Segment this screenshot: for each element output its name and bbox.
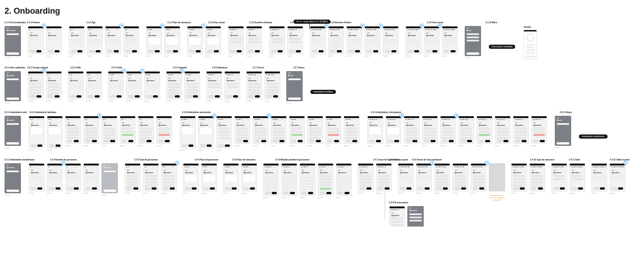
screen: 1/9QuestionLorem (198, 116, 214, 151)
screen: 1/9QuestionLorem (471, 163, 487, 194)
screen: 1/9QuestionLorem (146, 26, 162, 57)
hotspot-pin[interactable] (455, 114, 458, 117)
hotspot-pin[interactable] (161, 24, 164, 27)
hotspot-pin[interactable] (202, 24, 205, 27)
hotspot-pin[interactable] (98, 114, 101, 117)
hotspot-pin[interactable] (379, 24, 382, 27)
screen: 1/9QuestionLorem (228, 26, 244, 57)
screen: 1/9QuestionLorem (223, 163, 239, 194)
hotspot-pin[interactable] (141, 69, 144, 72)
screen: 1/9QuestionLorem (205, 26, 221, 57)
screen: 1/9QuestionLorem (452, 163, 468, 194)
hotspot-pin[interactable] (485, 161, 488, 165)
screen: 1/9QuestionLorem (138, 116, 154, 147)
hotspot-pin[interactable] (420, 24, 423, 27)
group-label: 2.4.1 Antécédents obstétricaux (5, 159, 35, 161)
hotspot-pin[interactable] (122, 69, 126, 72)
screen: 1/9QuestionLorem (513, 116, 529, 147)
screen: 1/9QuestionLorem (144, 71, 160, 102)
hotspot-pin[interactable] (61, 161, 65, 165)
hotspot-pin[interactable] (42, 24, 46, 27)
hotspot-pin[interactable] (624, 161, 627, 165)
screen: 1/9QuestionLorem (289, 116, 305, 147)
screen: 1/9QuestionLorem (83, 116, 99, 147)
hotspot-pin[interactable] (267, 114, 270, 117)
group-label: 2.1.10 Merci (486, 21, 497, 24)
group-label: 2.1.2 Prénom (27, 21, 40, 24)
screen: 1/9QuestionLorem (383, 26, 399, 57)
note-card: 1/9QuestionLorem (101, 163, 118, 196)
screen: 1/9QuestionLorem (328, 26, 344, 57)
intro-card-4: 1/9QuestionLorem (5, 163, 21, 196)
screen: 1/9QuestionLorem (224, 71, 240, 102)
screen: 1/9QuestionLorem (376, 163, 392, 194)
home-screen (523, 30, 537, 59)
screen: 1/9QuestionLorem (180, 116, 196, 151)
group-label: 2.2.1 Infos médicales (5, 67, 25, 69)
screen: 1/9QuestionLorem (422, 116, 438, 147)
group-label: 2.4.4 Pays de grossesse (195, 159, 218, 161)
screen: 1/9QuestionLorem (495, 116, 511, 147)
merci-card: 1/9Merci !Lorem (465, 26, 481, 59)
group-label: 2.1.5 Pays actuel (208, 21, 225, 24)
screen: 1/9QuestionLorem (246, 26, 262, 57)
group-label: 2.2.6 Vapoteuse (212, 67, 228, 69)
hotspot-pin[interactable] (120, 24, 123, 27)
screen: 1/9QuestionLorem (318, 163, 334, 199)
screen: 1/9QuestionLorem (325, 116, 341, 147)
hotspot-pin[interactable] (325, 24, 328, 27)
screen: 1/9QuestionLorem (511, 163, 527, 194)
screen: 1/9QuestionLorem (346, 26, 362, 57)
screen: 1/9QuestionLorem (434, 163, 450, 194)
screen: 1/9QuestionLorem (101, 116, 117, 147)
screen: 1/9QuestionLorem (398, 163, 414, 194)
hotspot-pin[interactable] (213, 114, 216, 117)
hotspot-pin[interactable] (176, 161, 179, 165)
hotspot-pin[interactable] (400, 114, 403, 117)
screen: 1/9QuestionLorem (123, 26, 139, 57)
intro-card-3: 1/9QuestionLorem (5, 116, 21, 149)
screen: 1/9QuestionLorem (164, 26, 180, 57)
screen: 1/9QuestionLorem (46, 26, 62, 57)
screen: 1/9QuestionLorem (143, 163, 159, 194)
group-label: 2.1.7 Enceinte ? (290, 21, 306, 24)
group-label: 2.4.5 Pays de naissance (232, 159, 255, 161)
screen: 1/9QuestionLorem (241, 163, 257, 194)
screen: 1/9QuestionLorem (183, 163, 199, 194)
bravo-card-2: 1/9BravoLorem (555, 116, 571, 149)
hotspot-pin[interactable] (181, 69, 184, 72)
screen: 1/9QuestionLorem (299, 163, 315, 199)
group-label: 2.4.8 Si issue grave (389, 159, 408, 161)
hotspot-pin[interactable] (431, 161, 434, 165)
group-label: 2.1.1 Personnalisation (5, 21, 26, 24)
group-label: 2.4.9 Terme de l'accouchement (412, 159, 442, 161)
screen: 1/9QuestionLorem (125, 163, 141, 194)
screen: 1/9QuestionLorem (440, 116, 456, 147)
group-label: 2.1.3 Âge (86, 21, 96, 24)
screen: 1/9QuestionLorem (187, 26, 203, 57)
screen: 1/9QuestionLorem (47, 116, 63, 151)
hotspot-pin[interactable] (42, 69, 46, 72)
screen: 1/9QuestionLorem (46, 71, 62, 102)
group-label: 2.4.3 Type de grossesse (134, 159, 157, 161)
group-label: 2.3.3 Antécédents personnels (182, 111, 211, 114)
screen: 1/9QuestionLorem (253, 116, 269, 147)
hotspot-pin[interactable] (438, 24, 441, 27)
screen: 1/9QuestionLorem (551, 163, 567, 194)
group-label: 2.4.6 Maladie pendant la grossesse (275, 159, 309, 161)
screen: 1/9QuestionLorem (206, 71, 222, 102)
screen: 1/9QuestionLorem (105, 26, 121, 57)
screen: 1/9QuestionLorem (65, 163, 81, 194)
hotspot-pin[interactable] (361, 24, 364, 27)
group-label: 2.2.2 Groupe sanguin (27, 67, 48, 69)
screen: 1/9QuestionLorem (385, 116, 401, 147)
intro-card-2: 1/9QuestionLorem (5, 71, 21, 104)
screen: 1/9QuestionLorem (367, 116, 383, 147)
screen: 1/9QuestionLorem (442, 26, 458, 57)
flow-tag: Antécédents familiaux (310, 90, 336, 94)
flow-row-3: 2.3.1 Antécédents med.2.3.2 Antécédents … (5, 116, 639, 151)
flow-tag: Informations médicales (489, 45, 515, 49)
alert-card: 1/9QuestionLorem (407, 206, 424, 227)
section-title: 2. Onboarding (5, 6, 639, 16)
screen: 1/9QuestionLorem (389, 206, 405, 227)
